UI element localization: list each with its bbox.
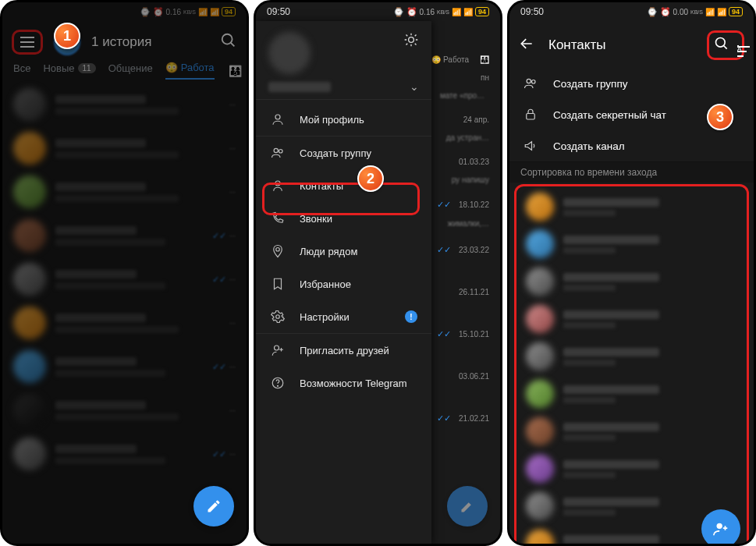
net-unit: KB/S [183,9,196,15]
group-icon [270,145,286,161]
chat-row[interactable]: ✓✓··· [2,432,247,476]
status-bar: ⌚ ⏰ 0.16 KB/S 📶 📶 94 [2,2,247,21]
phone-icon [270,211,286,226]
menu-label: Мой профиль [300,114,364,126]
chat-row[interactable]: ··· [2,388,247,432]
status-bar: 09:50 ⌚⏰ 0.00 KB/S 📶📶 94 [509,2,754,21]
svg-point-14 [275,181,280,186]
navigation-drawer: ⌄ Мой профиль Создать группу Контакты Зв… [256,21,431,544]
contacts-list-highlighted [514,184,749,546]
menu-features[interactable]: Возможности Telegram [256,367,431,399]
contact-row[interactable] [518,263,745,300]
chat-row[interactable]: ✓✓··· [2,214,247,257]
bluetooth-icon: ⌚ [140,7,151,17]
contact-icon [270,178,286,193]
search-button[interactable] [220,32,237,52]
option-create-group[interactable]: Создать группу [509,68,754,99]
menu-my-profile[interactable]: Мой профиль [256,103,431,136]
svg-line-9 [406,44,408,45]
option-label: Создать канал [553,140,625,152]
net-speed: 0.16 [166,8,181,16]
contact-row[interactable] [518,225,745,263]
menu-label: Контакты [300,180,343,192]
menu-saved[interactable]: Избранное [256,268,431,300]
menu-invite[interactable]: Пригласить друзей [256,334,431,367]
tab-all[interactable]: Все [13,62,30,79]
bookmark-icon [270,276,286,292]
menu-settings[interactable]: Настройки ! [256,300,431,333]
svg-point-21 [277,385,278,386]
menu-label: Избранное [300,278,351,290]
menu-label: Возможности Telegram [300,378,407,389]
highlight-header-actions: A [707,30,744,60]
svg-line-10 [415,35,417,37]
chat-row[interactable]: ··· [2,126,247,170]
menu-label: Пригласить друзей [300,345,389,356]
option-label: Создать секретный чат [553,109,666,121]
status-bar: 09:50 ⌚⏰ 0.16 KB/S 📶📶 94 [256,2,500,21]
extra-folder-icon[interactable]: 👨‍👩‍👦 [229,65,242,77]
svg-line-5 [406,35,408,37]
chat-row[interactable]: ··· [2,170,247,214]
stories-title: 1 история [91,34,209,50]
contact-row[interactable] [518,413,745,450]
contact-row[interactable] [518,338,745,375]
sort-section-header: Сортировка по времени захода [509,161,754,183]
svg-point-13 [279,150,283,154]
menu-label: Люди рядом [300,246,357,257]
menu-contacts[interactable]: Контакты [256,169,431,202]
menu-calls[interactable]: Звонки [256,202,431,235]
menu-label: Создать группу [300,147,371,159]
add-user-icon [270,342,286,358]
contact-row[interactable] [518,300,745,338]
svg-point-17 [275,346,279,350]
drawer-account-switcher[interactable]: ⌄ [256,80,431,99]
svg-point-25 [527,79,531,83]
wifi-icon: 📶 [198,8,208,16]
settings-alert-badge: ! [405,310,417,323]
chats-header: 1 история [2,21,247,62]
new-count-badge: 11 [78,63,96,73]
gear-icon [270,309,286,324]
contact-row[interactable] [518,188,745,225]
add-contact-fab[interactable] [701,509,740,546]
step-badge-2: 2 [357,165,384,192]
new-message-fab[interactable] [447,486,488,526]
chat-row[interactable]: ··· [2,83,247,126]
tab-chatting[interactable]: Общение [108,62,153,79]
menu-nearby[interactable]: Люди рядом [256,235,431,268]
battery-level: 94 [222,7,236,16]
option-label: Создать группу [553,78,627,90]
screen-3-contacts: 09:50 ⌚⏰ 0.00 KB/S 📶📶 94 Контакты A Соз [507,0,756,546]
menu-create-group[interactable]: Создать группу [256,136,431,169]
signal-icon: 📶 [210,8,219,16]
menu-label: Настройки [300,311,350,323]
drawer-avatar[interactable] [268,32,311,74]
alarm-icon: ⏰ [153,7,164,17]
contact-row[interactable] [518,450,745,488]
work-emoji-icon: 😳 [165,62,178,73]
option-create-channel[interactable]: Создать канал [509,130,754,161]
help-icon [270,375,286,391]
step-badge-3: 3 [707,104,733,130]
svg-point-0 [222,34,232,44]
svg-point-11 [275,115,280,119]
screen-2-drawer: 09:50 ⌚⏰ 0.16 KB/S 📶📶 94 😳 Работа 👨‍👩‍👦 … [254,0,502,546]
chat-row[interactable]: ··· [2,301,247,345]
theme-toggle-button[interactable] [403,32,419,51]
chat-row[interactable]: ✓✓··· [2,257,247,301]
chat-row[interactable]: ✓✓··· [2,345,247,388]
svg-point-15 [276,248,280,252]
hamburger-icon [20,37,34,48]
contact-row[interactable] [518,375,745,413]
svg-line-24 [724,46,727,49]
back-button[interactable] [519,36,534,55]
svg-point-26 [532,80,536,84]
hamburger-button[interactable] [12,30,43,55]
tab-work[interactable]: 😳 Работа [165,62,215,80]
new-message-fab[interactable] [193,486,234,526]
chevron-down-icon: ⌄ [410,80,419,93]
search-button[interactable] [714,36,729,55]
status-time: 09:50 [267,6,290,17]
tab-new[interactable]: Новые 11 [43,62,95,79]
